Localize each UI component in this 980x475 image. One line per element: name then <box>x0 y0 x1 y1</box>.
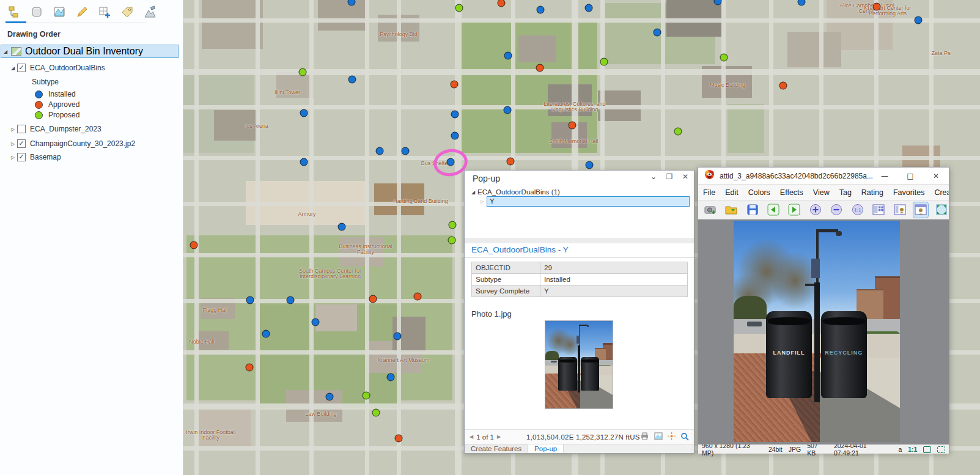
map-point-approved[interactable] <box>414 293 422 301</box>
layer-row-basemap[interactable]: ▷ ✓ Basemap <box>9 153 61 161</box>
map-point-installed[interactable] <box>348 76 356 84</box>
map-point-approved[interactable] <box>873 3 881 11</box>
open-folder-icon[interactable] <box>724 202 738 218</box>
layer-checkbox-checked[interactable]: ✓ <box>17 153 26 161</box>
map-point-proposed[interactable] <box>363 392 370 400</box>
layer-row-outdoordualbins[interactable]: ◢ ✓ ECA_OutdoorDualBins <box>9 64 105 72</box>
map-point-proposed[interactable] <box>299 68 307 76</box>
map-point-installed[interactable] <box>394 333 402 341</box>
collapse-icon[interactable]: ▷ <box>9 127 17 132</box>
menu-view[interactable]: View <box>808 188 834 197</box>
selected-feature-item[interactable]: Y <box>487 196 690 207</box>
map-point-installed[interactable] <box>338 223 346 231</box>
map-point-installed[interactable] <box>654 29 661 37</box>
menu-create[interactable]: Create <box>929 188 949 197</box>
popup-menu-chevron-icon[interactable]: ⌄ <box>649 172 658 181</box>
collapse-icon[interactable]: ▷ <box>478 199 487 204</box>
minimize-icon[interactable]: — <box>872 168 897 185</box>
map-point-installed[interactable] <box>246 296 254 304</box>
map-point-installed[interactable] <box>300 109 308 117</box>
select-feature-icon[interactable] <box>654 432 663 441</box>
acquire-camera-icon[interactable] <box>703 202 717 218</box>
lock-zoom-icon[interactable] <box>923 446 931 453</box>
photo-image[interactable]: LANDFILL RECYCLING <box>734 221 900 442</box>
save-icon[interactable] <box>745 202 759 218</box>
browser-view-icon[interactable] <box>871 202 885 218</box>
map-point-proposed[interactable] <box>674 128 682 136</box>
collapse-icon[interactable]: ▷ <box>9 155 17 160</box>
menu-tag[interactable]: Tag <box>834 188 857 197</box>
map-point-approved[interactable] <box>498 0 506 7</box>
map-point-approved[interactable] <box>569 122 577 130</box>
map-point-installed[interactable] <box>312 319 320 326</box>
tab-create-features[interactable]: Create Features <box>465 444 528 453</box>
menu-rating[interactable]: Rating <box>857 188 888 197</box>
popup-tree-parent[interactable]: ◢ ECA_OutdoorDualBins (1) <box>465 186 694 196</box>
map-point-installed[interactable] <box>262 330 270 338</box>
map-point-proposed[interactable] <box>720 54 728 62</box>
list-by-drawing-order-icon[interactable] <box>6 4 22 20</box>
map-point-proposed[interactable] <box>600 58 608 66</box>
map-point-installed[interactable] <box>585 4 593 12</box>
map-point-installed[interactable] <box>287 296 295 304</box>
print-icon[interactable] <box>640 432 649 441</box>
zoom-in-icon[interactable] <box>808 202 822 218</box>
tab-popup[interactable]: Pop-up <box>528 444 564 453</box>
menu-file[interactable]: File <box>698 188 720 197</box>
thumbnails-view-icon[interactable] <box>893 202 907 218</box>
map-point-installed[interactable] <box>402 147 410 155</box>
map-point-installed[interactable] <box>798 0 806 6</box>
map-point-installed[interactable] <box>537 6 545 14</box>
map-point-installed[interactable] <box>451 132 459 140</box>
expand-icon[interactable]: ◢ <box>469 190 477 195</box>
map-point-approved[interactable] <box>507 158 515 166</box>
popup-dock-icon[interactable]: ❐ <box>665 172 674 181</box>
map-point-installed[interactable] <box>504 52 512 60</box>
map-point-proposed[interactable] <box>455 4 463 12</box>
layer-checkbox-unchecked[interactable] <box>17 125 26 133</box>
map-point-approved[interactable] <box>395 435 403 443</box>
layer-row-champaigncounty[interactable]: ▷ ✓ ChampaignCounty_30_2023.jp2 <box>9 139 135 148</box>
fit-window-icon[interactable] <box>937 446 945 453</box>
flash-location-icon[interactable] <box>668 432 676 441</box>
previous-image-icon[interactable] <box>766 202 780 218</box>
map-point-approved[interactable] <box>246 364 254 372</box>
map-point-installed[interactable] <box>300 158 308 166</box>
menu-effects[interactable]: Effects <box>775 188 808 197</box>
map-point-installed[interactable] <box>376 147 384 155</box>
expand-icon[interactable]: ◢ <box>1 49 10 54</box>
list-by-labeling-icon[interactable] <box>119 4 135 20</box>
close-icon[interactable]: ✕ <box>923 168 949 185</box>
map-point-approved[interactable] <box>369 295 377 303</box>
fullscreen-icon[interactable] <box>935 202 949 218</box>
popup-section-title[interactable]: ECA_OutdoorDualBins - Y <box>471 245 569 254</box>
pager-next-icon[interactable]: ▶ <box>497 434 501 440</box>
map-point-installed[interactable] <box>451 111 459 119</box>
popup-tree-child[interactable]: ▷ Y <box>478 196 694 207</box>
map-point-proposed[interactable] <box>372 409 380 417</box>
map-item-row[interactable]: ◢ Outdoor Dual Bin Inventory <box>1 45 179 58</box>
zoom-one-to-one-icon[interactable]: 1:1 <box>850 202 864 218</box>
map-point-installed[interactable] <box>326 393 334 401</box>
map-point-proposed[interactable] <box>448 237 456 245</box>
map-point-installed[interactable] <box>504 106 512 114</box>
list-by-data-source-icon[interactable] <box>29 4 45 20</box>
photo-thumbnail[interactable] <box>545 320 613 409</box>
zoom-out-icon[interactable] <box>830 202 844 218</box>
map-point-installed[interactable] <box>915 17 923 24</box>
list-by-editing-icon[interactable] <box>74 4 90 20</box>
map-point-approved[interactable] <box>536 64 544 72</box>
map-point-proposed[interactable] <box>449 221 457 229</box>
zoom-to-feature-icon[interactable] <box>680 432 689 442</box>
popup-close-icon[interactable]: ✕ <box>680 172 690 181</box>
pager-previous-icon[interactable]: ◀ <box>470 434 473 440</box>
collapse-icon[interactable]: ▷ <box>9 141 17 147</box>
layer-row-dumpster[interactable]: ▷ ECA_Dumpster_2023 <box>9 125 101 133</box>
map-point-approved[interactable] <box>190 241 198 249</box>
map-point-approved[interactable] <box>451 81 459 89</box>
expand-icon[interactable]: ◢ <box>9 65 17 71</box>
maximize-icon[interactable]: □ <box>897 168 923 185</box>
map-point-installed[interactable] <box>447 158 455 166</box>
list-by-snapping-icon[interactable] <box>97 4 112 20</box>
menu-favorites[interactable]: Favorites <box>888 188 929 197</box>
